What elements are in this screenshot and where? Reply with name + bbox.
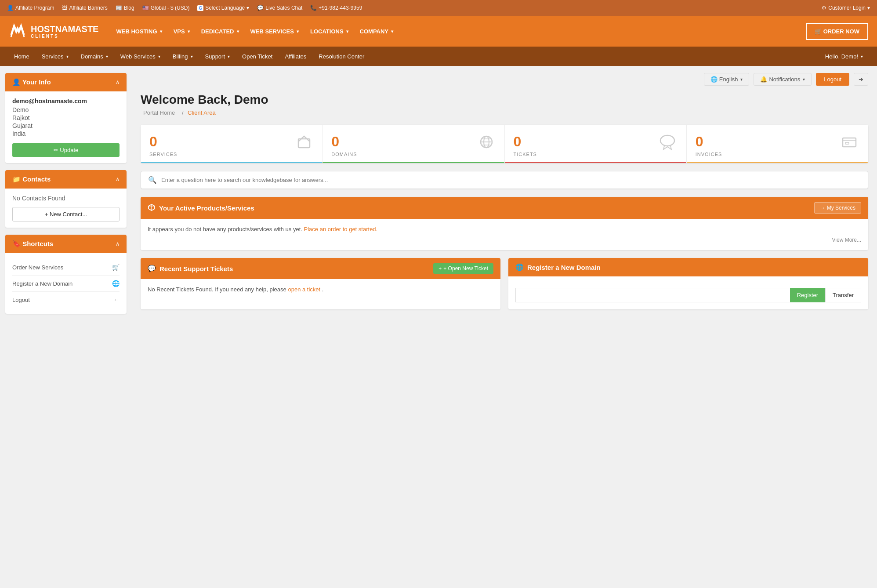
update-button[interactable]: ✏ Update — [12, 143, 120, 157]
plus-icon: + — [438, 265, 442, 272]
main-nav-links: WEB HOSTING ▾ VPS ▾ DEDICATED ▾ WEB SERV… — [112, 25, 806, 38]
phone-link[interactable]: 📞 +91-982-443-9959 — [310, 5, 362, 11]
contacts-header[interactable]: 📁 Contacts ∧ — [5, 170, 127, 189]
bell-icon: 🔔 — [760, 76, 767, 83]
settings-icon: ⚙ — [822, 5, 826, 11]
client-nav-user[interactable]: Hello, Demo! ▾ — [820, 47, 868, 66]
order-now-button[interactable]: 🛒 ORDER NOW — [806, 23, 868, 40]
my-services-button[interactable]: → My Services — [814, 202, 861, 214]
nav-web-hosting[interactable]: WEB HOSTING ▾ — [112, 25, 166, 38]
main-content: 🌐 English ▾ 🔔 Notifications ▾ Logout ➜ W… — [132, 66, 877, 588]
client-nav-affiliates[interactable]: Affiliates — [279, 47, 312, 66]
stat-domains[interactable]: 0 DOMAINS — [323, 125, 504, 163]
global-usd-link[interactable]: 🇺🇸 Global - $ (USD) — [142, 5, 190, 11]
user-email: demo@hostnamaste.com — [12, 98, 120, 105]
affiliate-program-link[interactable]: 👤 Affiliate Program — [7, 5, 54, 11]
logo-text: HOSTNAMASTECLIENTS — [31, 24, 98, 39]
top-bar: 👤 Affiliate Program 🖼 Affiliate Banners … — [0, 0, 877, 16]
contacts-card: 📁 Contacts ∧ No Contacts Found + New Con… — [5, 170, 127, 228]
chat-icon: 💬 — [257, 5, 264, 11]
user-city: Rajkot — [12, 114, 120, 121]
shortcuts-header[interactable]: 🔖 Shortcuts ∧ — [5, 235, 127, 253]
affiliate-program-icon: 👤 — [7, 5, 14, 11]
nav-dedicated[interactable]: DEDICATED ▾ — [197, 25, 243, 38]
search-input[interactable] — [161, 177, 861, 183]
main-nav: HOSTNAMASTECLIENTS WEB HOSTING ▾ VPS ▾ D… — [0, 16, 877, 47]
svg-point-6 — [660, 135, 674, 146]
client-nav-home[interactable]: Home — [9, 47, 35, 66]
nav-web-services[interactable]: WEB SERVICES ▾ — [246, 25, 303, 38]
contacts-body: No Contacts Found + New Contact... — [5, 189, 127, 228]
invoices-count: 0 — [696, 134, 722, 150]
language-icon: 🌐 — [710, 76, 718, 83]
toolbar: 🌐 English ▾ 🔔 Notifications ▾ Logout ➜ — [141, 73, 868, 86]
shortcut-logout[interactable]: Logout ← — [12, 292, 120, 308]
your-info-card: 👤 Your Info ∧ demo@hostnamaste.com Demo … — [5, 73, 127, 163]
client-nav-open-ticket[interactable]: Open Ticket — [237, 47, 278, 66]
place-order-link[interactable]: Place an order to get started. — [304, 226, 378, 232]
page-title: Welcome Back, Demo — [141, 93, 868, 107]
tickets-bar — [505, 162, 686, 163]
no-contacts-text: No Contacts Found — [12, 195, 120, 202]
user-country: India — [12, 130, 120, 137]
client-nav-services[interactable]: Services ▾ — [36, 47, 74, 66]
breadcrumb-current[interactable]: Client Area — [188, 109, 216, 116]
domains-icon — [477, 133, 496, 155]
stat-services[interactable]: 0 SERVICES — [141, 125, 323, 163]
client-nav-domains[interactable]: Domains ▾ — [76, 47, 113, 66]
support-icon: 💬 — [148, 265, 156, 272]
active-products-card: Your Active Products/Services → My Servi… — [141, 197, 868, 250]
shortcut-register-domain[interactable]: Register a New Domain 🌐 — [12, 276, 120, 292]
register-domain-card: 🌐 Register a New Domain Register Transfe… — [508, 258, 868, 309]
nav-company[interactable]: COMPANY ▾ — [355, 25, 398, 38]
domain-search-input[interactable] — [515, 288, 790, 302]
invoices-bar — [687, 162, 868, 163]
stats-row: 0 SERVICES 0 DOMAINS — [141, 125, 868, 163]
nav-locations[interactable]: LOCATIONS ▾ — [306, 25, 353, 38]
notifications-button[interactable]: 🔔 Notifications ▾ — [754, 73, 812, 86]
sidebar: 👤 Your Info ∧ demo@hostnamaste.com Demo … — [0, 66, 132, 588]
view-more-text[interactable]: View More... — [148, 237, 861, 243]
flag-icon: 🇺🇸 — [142, 5, 149, 11]
logo-area: HOSTNAMASTECLIENTS — [9, 21, 98, 42]
domains-label: DOMAINS — [331, 152, 357, 157]
live-sales-chat-link[interactable]: 💬 Live Sales Chat — [257, 5, 302, 11]
tickets-count: 0 — [514, 134, 537, 150]
client-nav-web-services[interactable]: Web Services ▾ — [115, 47, 166, 66]
invoices-label: INVOICES — [696, 152, 722, 157]
arrow-right-button[interactable]: ➜ — [854, 73, 868, 86]
your-info-chevron: ∧ — [116, 79, 120, 85]
logout-arrow-icon: ← — [113, 296, 120, 303]
affiliate-banners-link[interactable]: 🖼 Affiliate Banners — [62, 5, 107, 11]
contacts-chevron: ∧ — [116, 176, 120, 182]
client-nav-resolution-center[interactable]: Resolution Center — [313, 47, 370, 66]
stat-invoices[interactable]: 0 INVOICES — [687, 125, 868, 163]
nav-vps[interactable]: VPS ▾ — [169, 25, 194, 38]
tickets-icon — [657, 133, 678, 155]
blog-link[interactable]: 📰 Blog — [116, 5, 134, 11]
select-language-link[interactable]: G Select Language ▾ — [197, 5, 249, 11]
language-button[interactable]: 🌐 English ▾ — [704, 73, 750, 86]
active-products-header: Your Active Products/Services → My Servi… — [141, 197, 868, 219]
logout-button[interactable]: Logout — [816, 73, 849, 86]
domains-count: 0 — [331, 134, 357, 150]
shortcuts-icon: 🔖 — [12, 240, 21, 247]
stat-tickets[interactable]: 0 TICKETS — [505, 125, 687, 163]
register-button[interactable]: Register — [790, 288, 825, 302]
svg-rect-9 — [845, 142, 849, 144]
new-contact-button[interactable]: + New Contact... — [12, 207, 120, 221]
open-new-ticket-button[interactable]: + + Open New Ticket — [433, 263, 493, 274]
shortcut-order-new-services[interactable]: Order New Services 🛒 — [12, 259, 120, 276]
shortcuts-card: 🔖 Shortcuts ∧ Order New Services 🛒 Regis… — [5, 235, 127, 314]
cube-icon — [148, 203, 156, 213]
your-info-header[interactable]: 👤 Your Info ∧ — [5, 73, 127, 91]
transfer-button[interactable]: Transfer — [825, 288, 861, 302]
support-tickets-card: 💬 Recent Support Tickets + + Open New Ti… — [141, 258, 500, 309]
customer-login-link[interactable]: ⚙ Customer Login ▾ — [822, 5, 870, 11]
open-ticket-link[interactable]: open a ticket — [288, 286, 320, 293]
svg-rect-7 — [843, 138, 856, 147]
shortcuts-chevron: ∧ — [116, 241, 120, 247]
content-area: 👤 Your Info ∧ demo@hostnamaste.com Demo … — [0, 66, 877, 588]
client-nav-support[interactable]: Support ▾ — [200, 47, 236, 66]
client-nav-billing[interactable]: Billing ▾ — [167, 47, 198, 66]
